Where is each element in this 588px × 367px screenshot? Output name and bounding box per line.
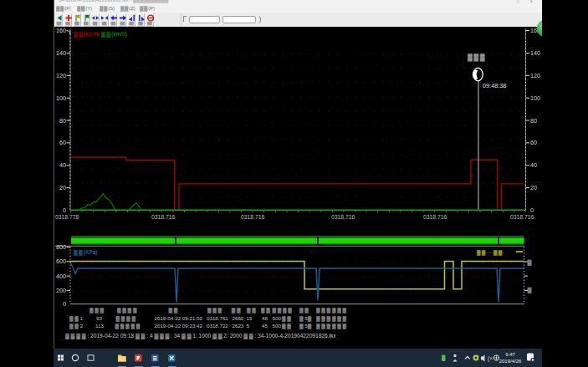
svg-text:0: 0 xyxy=(63,300,66,308)
svg-text:100: 100 xyxy=(530,94,540,102)
svg-text:200: 200 xyxy=(56,287,66,294)
svg-text:60: 60 xyxy=(59,139,66,146)
svg-text:▓▓▓▓▓▓: ▓▓▓▓▓▓ xyxy=(316,323,348,329)
svg-text:(×: (× xyxy=(488,355,493,362)
svg-text:20: 20 xyxy=(59,184,66,191)
svg-text:600: 600 xyxy=(56,257,66,265)
svg-text:0318.716: 0318.716 xyxy=(510,214,534,220)
svg-text:▓: ▓ xyxy=(528,287,533,293)
svg-text:▓5▓: ▓5▓ xyxy=(299,323,313,329)
svg-text:▓▓▓▓: ▓▓▓▓ xyxy=(117,307,138,313)
svg-text:500: 500 xyxy=(273,315,282,321)
svg-text:▓5▓: ▓5▓ xyxy=(299,315,313,322)
svg-text:▓▓: ▓▓ xyxy=(247,307,258,313)
svg-text:▓▓1: ▓▓1 xyxy=(69,315,84,322)
svg-text:93: 93 xyxy=(96,315,102,321)
svg-text:▓▓: ▓▓ xyxy=(282,323,293,329)
svg-text:0318.716: 0318.716 xyxy=(331,214,355,220)
svg-text:160: 160 xyxy=(530,27,540,34)
svg-text:0318.761: 0318.761 xyxy=(207,315,228,321)
svg-text:20: 20 xyxy=(530,184,537,191)
svg-text:60: 60 xyxy=(530,139,537,146)
svg-text:2623: 2623 xyxy=(233,323,244,329)
svg-text:0318.716: 0318.716 xyxy=(241,214,265,220)
svg-text:80: 80 xyxy=(530,117,537,125)
svg-text:▓▓▓▓▓▓: ▓▓▓▓▓▓ xyxy=(316,307,348,313)
svg-text:▓▓▓▓: ▓▓▓▓ xyxy=(116,315,137,322)
svg-text:140: 140 xyxy=(56,49,66,57)
svg-text:0: 0 xyxy=(63,206,66,214)
svg-text:▓▓····▓▓: ▓▓····▓▓ xyxy=(477,249,504,256)
svg-text:▓▓: ▓▓ xyxy=(299,307,310,313)
svg-text:80: 80 xyxy=(59,117,66,125)
svg-text:2019-04-22 09:23:42: 2019-04-22 09:23:42 xyxy=(155,323,203,329)
svg-text:2660: 2660 xyxy=(233,315,244,321)
svg-text:▓▓▓▓▓▓: ▓▓▓▓▓▓ xyxy=(316,315,348,322)
svg-text:5: 5 xyxy=(247,323,250,329)
svg-text:▓▓: ▓▓ xyxy=(232,307,243,313)
svg-text:▓▓: ▓▓ xyxy=(283,307,294,313)
svg-text:▓: ▓ xyxy=(528,259,533,266)
svg-text:▓▓: ▓▓ xyxy=(261,307,272,313)
svg-text:▓▓2: ▓▓2 xyxy=(69,323,84,329)
svg-text:0318.716: 0318.716 xyxy=(423,214,447,220)
svg-text:500: 500 xyxy=(273,323,282,329)
svg-text:▓▓▓: ▓▓▓ xyxy=(89,307,105,313)
svg-text:400: 400 xyxy=(56,273,66,280)
svg-text:48: 48 xyxy=(262,315,268,321)
svg-text:▓▓▓▓: 2019-04-22 09:18 ▓▓: 4 ▓: ▓▓▓▓: 2019-04-22 09:18 ▓▓: 4 ▓▓▓: 34 ▓▓1… xyxy=(65,333,336,339)
svg-text:▓▓▓: ▓▓▓ xyxy=(468,54,486,62)
svg-text:100: 100 xyxy=(56,94,66,102)
svg-text:▓▓(KPa): ▓▓(KPa) xyxy=(74,249,97,256)
svg-text:40: 40 xyxy=(530,161,537,169)
svg-text:▓▓(km/h): ▓▓(km/h) xyxy=(74,31,100,38)
svg-text:▓▓▓: ▓▓▓ xyxy=(207,307,223,313)
svg-text:▓▓(km/h): ▓▓(km/h) xyxy=(101,31,127,38)
svg-text:▓▓: ▓▓ xyxy=(282,315,293,322)
svg-text:800: 800 xyxy=(56,243,66,251)
svg-text:120: 120 xyxy=(56,72,66,79)
svg-text:0318.722: 0318.722 xyxy=(207,323,228,329)
svg-text:0: 0 xyxy=(530,206,534,214)
svg-text:45: 45 xyxy=(262,323,268,329)
svg-text:140: 140 xyxy=(530,49,540,57)
svg-text:2019-04-22 09:21:50: 2019-04-22 09:21:50 xyxy=(155,315,203,321)
svg-text:▓▓: ▓▓ xyxy=(169,307,180,313)
svg-text:160: 160 xyxy=(56,27,66,34)
svg-text:▓▓▓▓▓: ▓▓▓▓▓ xyxy=(115,323,142,329)
svg-text:120: 120 xyxy=(530,72,540,79)
svg-text:09:48:38: 09:48:38 xyxy=(483,82,506,89)
svg-text:15: 15 xyxy=(247,315,253,321)
svg-text:113: 113 xyxy=(95,323,104,329)
svg-text:0318.716: 0318.716 xyxy=(151,214,176,220)
svg-text:40: 40 xyxy=(59,161,66,169)
svg-text:0318.778: 0318.778 xyxy=(55,214,79,220)
svg-text:▓▓: ▓▓ xyxy=(273,307,284,313)
